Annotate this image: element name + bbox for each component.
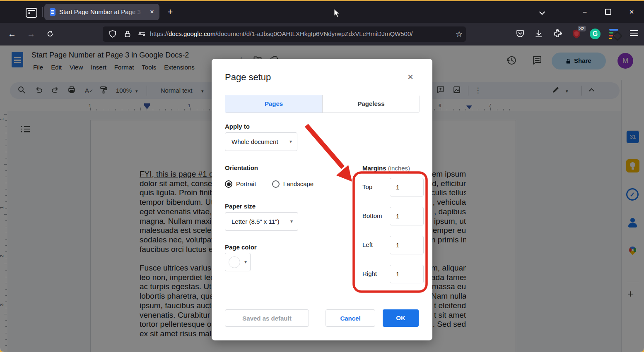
ublock-shield-icon[interactable]: 32 [571, 29, 582, 39]
extensions-puzzle-icon[interactable] [552, 29, 563, 39]
url-scheme: https:// [150, 30, 169, 37]
browser-window: Start Page Number at Page 3 in × + – × ←… [0, 1, 644, 352]
page-setup-dialog: Page setup × Pages Pageless Apply to Who… [212, 59, 432, 340]
url-bar[interactable]: https://docs.google.com/document/d/1-aJb… [103, 26, 466, 42]
margin-right-label: Right [362, 270, 377, 277]
orientation-label: Orientation [225, 164, 258, 171]
landscape-label: Landscape [283, 180, 314, 187]
url-host: docs.google.com [169, 30, 215, 37]
apply-to-label: Apply to [225, 123, 250, 130]
landscape-radio[interactable] [272, 180, 280, 188]
dialog-close-icon[interactable]: × [405, 71, 416, 83]
orientation-radios: Portrait Landscape [225, 180, 314, 188]
margin-top-input[interactable] [390, 178, 424, 196]
paper-size-label: Paper size [225, 203, 256, 210]
grammarly-icon[interactable]: G [590, 29, 601, 39]
dialog-title: Page setup [225, 72, 271, 83]
portrait-radio[interactable] [225, 180, 232, 188]
ok-button[interactable]: OK [383, 309, 419, 327]
ublock-badge: 32 [578, 26, 586, 31]
colorful-extension-icon[interactable] [608, 29, 619, 39]
margin-top-label: Top [362, 183, 372, 190]
browser-nav-bar: ← → https://docs.google.com/document/d/1… [0, 23, 644, 45]
margin-bottom-label: Bottom [362, 212, 382, 219]
apply-to-dropdown[interactable]: Whole document▾ [225, 132, 297, 151]
paper-size-dropdown[interactable]: Letter (8.5" x 11")▾ [225, 212, 298, 231]
reload-icon[interactable] [44, 28, 56, 40]
portrait-label: Portrait [236, 180, 256, 187]
page-color-picker[interactable]: ▾ [225, 253, 251, 271]
page-color-swatch [229, 256, 240, 268]
url-text[interactable]: https://docs.google.com/document/d/1-aJb… [150, 30, 456, 37]
cancel-button[interactable]: Cancel [326, 309, 375, 327]
list-tabs-chevron-icon[interactable] [537, 7, 548, 17]
browser-tab[interactable]: Start Page Number at Page 3 in × [44, 4, 159, 20]
margin-right-input[interactable] [390, 265, 424, 283]
url-path: /document/d/1-aJbsq0OAHtLXHkgIp6VNdyrwpZ… [215, 30, 412, 37]
saved-as-default-button[interactable]: Saved as default [225, 309, 309, 327]
tab-pages[interactable]: Pages [225, 95, 322, 113]
close-window-button[interactable]: × [626, 7, 637, 17]
url-fade [433, 28, 451, 40]
back-icon[interactable]: ← [6, 28, 18, 40]
downloads-icon[interactable] [534, 29, 545, 39]
page-color-label: Page color [225, 244, 257, 251]
menu-hamburger-icon[interactable] [630, 30, 638, 36]
browser-tab-bar: Start Page Number at Page 3 in × + – × [0, 1, 644, 23]
margin-left-input[interactable] [390, 236, 424, 254]
maximize-button[interactable] [603, 7, 613, 18]
tab-close-icon[interactable]: × [148, 8, 156, 16]
margin-bottom-input[interactable] [390, 207, 424, 225]
firefox-view-icon[interactable] [26, 8, 37, 18]
forward-icon[interactable]: → [25, 28, 37, 40]
new-tab-button[interactable]: + [165, 7, 175, 17]
minimize-button[interactable]: – [579, 7, 590, 17]
pocket-icon[interactable] [515, 29, 526, 39]
bookmark-star-icon[interactable]: ☆ [456, 29, 463, 39]
dialog-tab-bar: Pages Pageless [225, 95, 420, 113]
lock-icon[interactable] [123, 30, 133, 39]
margins-label: Margins (inches) [362, 165, 410, 172]
margin-left-label: Left [362, 241, 373, 248]
tab-title-fade [125, 7, 149, 18]
docs-favicon [50, 8, 55, 16]
tab-separator [42, 7, 43, 17]
shield-icon[interactable] [109, 30, 118, 39]
permissions-icon[interactable] [137, 30, 147, 39]
tab-pageless[interactable]: Pageless [322, 95, 420, 113]
